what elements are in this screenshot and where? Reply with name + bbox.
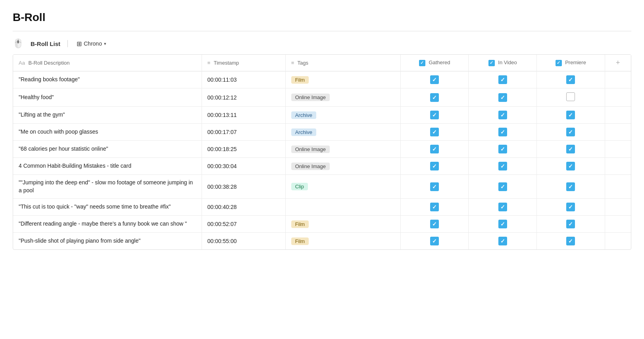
cell-tags: Online Image [285,88,400,107]
col-header-invideo: ✓ In Video [469,55,537,71]
tag-badge[interactable]: Online Image [291,94,330,101]
cell-timestamp: 00:00:38:28 [202,175,285,199]
view-label: Chrono [84,40,102,47]
invideo-checkbox[interactable] [498,220,507,228]
invideo-checkbox[interactable] [498,203,507,211]
cell-description: "Healthy food" [13,88,202,107]
premiere-checkbox[interactable] [566,92,575,101]
tag-badge[interactable]: Film [291,237,309,245]
invideo-checkbox[interactable] [498,75,507,84]
cell-premiere[interactable] [536,199,605,216]
invideo-checkbox[interactable] [498,111,507,119]
cell-invideo[interactable] [469,71,537,88]
cell-invideo[interactable] [469,233,537,250]
gathered-checkbox[interactable] [430,162,439,170]
cell-tags: Film [285,233,400,250]
tag-badge[interactable]: Online Image [291,163,330,170]
toolbar: 🖱️ B-Roll List ⊞ Chrono ▾ [13,38,631,49]
table-row: "Push-slide shot of playing piano from s… [13,233,631,250]
view-selector-button[interactable]: ⊞ Chrono ▾ [75,39,108,48]
cell-premiere[interactable] [536,175,605,199]
cell-gathered[interactable] [400,124,469,141]
invideo-checkbox[interactable] [498,182,507,191]
cell-gathered[interactable] [400,71,469,88]
broll-table: Aa B-Roll Description ≡ Timestamp ≡ Tags… [13,55,631,249]
cell-invideo[interactable] [469,158,537,175]
invideo-checkbox[interactable] [498,162,507,170]
cell-gathered[interactable] [400,107,469,124]
cell-timestamp: 00:00:55:00 [202,233,285,250]
page-container: B-Roll 🖱️ B-Roll List ⊞ Chrono ▾ Aa B-Ro… [0,0,644,261]
tag-badge[interactable]: Film [291,76,309,84]
gathered-checkbox[interactable] [430,93,439,102]
table-row: "68 calories per hour statistic online"0… [13,141,631,158]
cell-premiere[interactable] [536,107,605,124]
cell-invideo[interactable] [469,175,537,199]
premiere-checkbox[interactable] [566,203,575,211]
cell-premiere[interactable] [536,216,605,233]
cell-add [605,71,631,88]
premiere-checkbox[interactable] [566,128,575,136]
invideo-checkbox[interactable] [498,237,507,245]
cell-tags: Film [285,216,400,233]
cell-gathered[interactable] [400,141,469,158]
invideo-checkbox[interactable] [498,93,507,102]
tag-badge[interactable]: Clip [291,183,308,190]
premiere-checkbox[interactable] [566,111,575,119]
premiere-checkbox[interactable] [566,162,575,170]
tag-badge[interactable]: Online Image [291,146,330,153]
cell-gathered[interactable] [400,216,469,233]
col-header-gathered: ✓ Gathered [400,55,469,71]
cell-timestamp: 00:00:18:25 [202,141,285,158]
premiere-checkbox[interactable] [566,75,575,84]
cell-gathered[interactable] [400,175,469,199]
table-row: 4 Common Habit-Building Mistakes - title… [13,158,631,175]
gathered-checkbox[interactable] [430,220,439,228]
cell-timestamp: 00:00:52:07 [202,216,285,233]
cell-gathered[interactable] [400,88,469,107]
invideo-checkbox[interactable] [498,145,507,153]
col-header-add[interactable]: + [605,55,631,71]
tag-badge[interactable]: Archive [291,128,316,136]
invideo-checkbox[interactable] [498,128,507,136]
table-row: "This cut is too quick - "way" needs som… [13,199,631,216]
broll-icon: 🖱️ [13,38,23,49]
cell-premiere[interactable] [536,141,605,158]
cell-description: "Push-slide shot of playing piano from s… [13,233,202,250]
cell-premiere[interactable] [536,88,605,107]
gathered-checkbox[interactable] [430,128,439,136]
col-label-timestamp: Timestamp [214,60,239,66]
cell-invideo[interactable] [469,199,537,216]
premiere-checkbox[interactable] [566,220,575,228]
premiere-checkbox[interactable] [566,237,575,245]
gathered-checkbox[interactable] [430,237,439,245]
cell-premiere[interactable] [536,233,605,250]
gathered-checkbox[interactable] [430,182,439,191]
cell-premiere[interactable] [536,71,605,88]
cell-invideo[interactable] [469,88,537,107]
cell-add [605,199,631,216]
col-header-premiere: ✓ Premiere [536,55,605,71]
gathered-checkbox[interactable] [430,75,439,84]
tag-badge[interactable]: Archive [291,111,316,119]
cell-gathered[interactable] [400,233,469,250]
tag-badge[interactable]: Film [291,220,309,228]
cell-add [605,158,631,175]
premiere-checkbox[interactable] [566,145,575,153]
cell-premiere[interactable] [536,124,605,141]
cell-gathered[interactable] [400,158,469,175]
cell-invideo[interactable] [469,141,537,158]
gathered-checkbox[interactable] [430,203,439,211]
premiere-checkbox[interactable] [566,182,575,191]
cell-premiere[interactable] [536,158,605,175]
gathered-checkbox[interactable] [430,111,439,119]
cell-invideo[interactable] [469,107,537,124]
add-column-button[interactable]: + [616,59,620,67]
gathered-checkbox[interactable] [430,145,439,153]
cell-tags [285,199,400,216]
cell-add [605,175,631,199]
cell-invideo[interactable] [469,216,537,233]
cell-invideo[interactable] [469,124,537,141]
cell-gathered[interactable] [400,199,469,216]
divider [13,31,631,31]
